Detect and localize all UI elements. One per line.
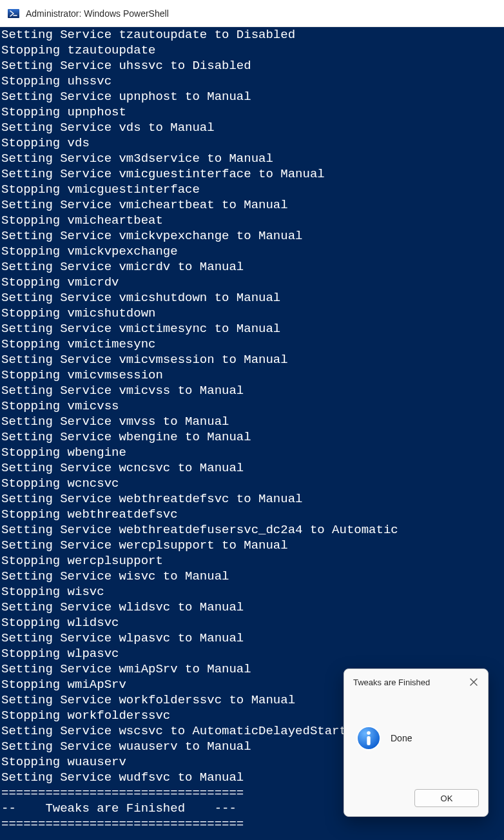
svg-point-3 xyxy=(367,731,371,735)
ok-button-label: OK xyxy=(441,794,453,803)
dialog-body: Done xyxy=(344,694,488,783)
powershell-window: Administrator: Windows PowerShell Settin… xyxy=(0,0,504,840)
info-icon xyxy=(356,725,382,751)
close-icon[interactable] xyxy=(466,674,481,690)
dialog-message: Done xyxy=(391,733,412,743)
message-dialog: Tweaks are Finished xyxy=(344,669,489,817)
svg-rect-4 xyxy=(367,736,370,745)
ok-button[interactable]: OK xyxy=(414,789,479,807)
titlebar[interactable]: Administrator: Windows PowerShell xyxy=(0,0,504,27)
dialog-footer: OK xyxy=(344,783,488,816)
window-title: Administrator: Windows PowerShell xyxy=(26,8,169,19)
dialog-header[interactable]: Tweaks are Finished xyxy=(344,669,488,694)
dialog-title: Tweaks are Finished xyxy=(353,678,430,687)
powershell-icon xyxy=(8,8,19,19)
